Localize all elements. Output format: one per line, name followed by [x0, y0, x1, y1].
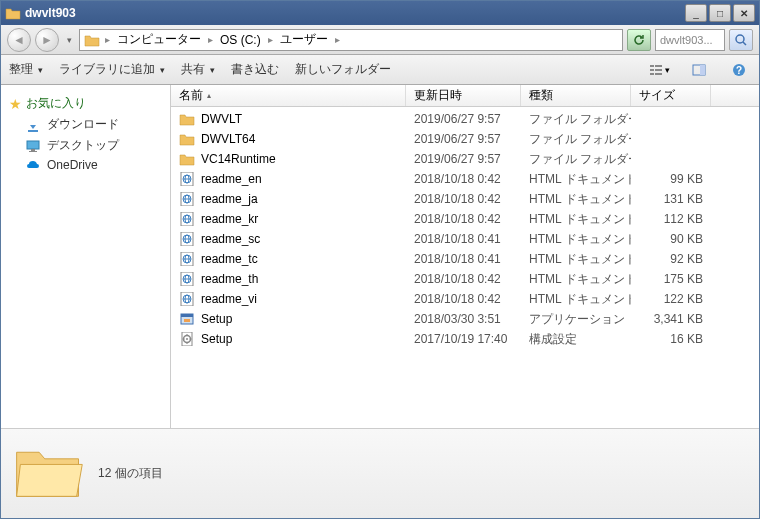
file-date: 2018/03/30 3:51 — [406, 312, 521, 326]
file-date: 2019/06/27 9:57 — [406, 112, 521, 126]
new-folder-button[interactable]: 新しいフォルダー — [295, 61, 391, 78]
file-row[interactable]: readme_tc2018/10/18 0:41HTML ドキュメント92 KB — [171, 249, 759, 269]
titlebar: dwvlt903 _ □ ✕ — [1, 1, 759, 25]
file-date: 2018/10/18 0:41 — [406, 232, 521, 246]
file-row[interactable]: readme_th2018/10/18 0:42HTML ドキュメント175 K… — [171, 269, 759, 289]
breadcrumb[interactable]: ▸ コンピューター ▸ OS (C:) ▸ ユーザー ▸ — [79, 29, 623, 51]
sidebar-item-onedrive[interactable]: OneDrive — [5, 156, 166, 174]
file-row[interactable]: readme_en2018/10/18 0:42HTML ドキュメント99 KB — [171, 169, 759, 189]
file-date: 2019/06/27 9:57 — [406, 132, 521, 146]
column-header-name[interactable]: 名前 ▴ — [171, 85, 406, 106]
file-row[interactable]: VC14Runtime2019/06/27 9:57ファイル フォルダー — [171, 149, 759, 169]
navigation-pane: ★ お気に入り ダウンロードデスクトップOneDrive — [1, 85, 171, 428]
view-options-button[interactable] — [647, 59, 671, 81]
breadcrumb-segment[interactable]: OS (C:) — [218, 33, 263, 47]
svg-rect-6 — [650, 73, 654, 75]
search-input[interactable]: dwvlt903... — [655, 29, 725, 51]
svg-line-1 — [743, 42, 746, 45]
svg-rect-12 — [28, 130, 38, 132]
main-area: ★ お気に入り ダウンロードデスクトップOneDrive 名前 ▴ 更新日時 種… — [1, 85, 759, 428]
back-button[interactable]: ◄ — [7, 28, 31, 52]
file-date: 2017/10/19 17:40 — [406, 332, 521, 346]
file-date: 2019/06/27 9:57 — [406, 152, 521, 166]
file-row[interactable]: Setup2017/10/19 17:40構成設定16 KB — [171, 329, 759, 349]
file-row[interactable]: readme_ja2018/10/18 0:42HTML ドキュメント131 K… — [171, 189, 759, 209]
file-size: 16 KB — [631, 332, 711, 346]
file-row[interactable]: DWVLT642019/06/27 9:57ファイル フォルダー — [171, 129, 759, 149]
search-placeholder: dwvlt903... — [660, 34, 713, 46]
column-header-date[interactable]: 更新日時 — [406, 85, 521, 106]
folder-icon — [11, 436, 86, 511]
favorites-header[interactable]: ★ お気に入り — [5, 93, 166, 114]
file-date: 2018/10/18 0:41 — [406, 252, 521, 266]
svg-rect-7 — [655, 73, 662, 75]
file-name: readme_ja — [201, 192, 258, 206]
svg-rect-5 — [655, 69, 662, 71]
file-size: 99 KB — [631, 172, 711, 186]
file-name: readme_kr — [201, 212, 258, 226]
sidebar-item-desktop[interactable]: デスクトップ — [5, 135, 166, 156]
file-row[interactable]: readme_vi2018/10/18 0:42HTML ドキュメント122 K… — [171, 289, 759, 309]
breadcrumb-segment[interactable]: ユーザー — [278, 31, 330, 48]
refresh-button[interactable] — [627, 29, 651, 51]
sidebar-item-download[interactable]: ダウンロード — [5, 114, 166, 135]
close-button[interactable]: ✕ — [733, 4, 755, 22]
item-count: 12 個の項目 — [98, 465, 163, 482]
minimize-button[interactable]: _ — [685, 4, 707, 22]
html-icon — [179, 232, 195, 246]
sort-ascending-icon: ▴ — [207, 91, 211, 100]
svg-point-0 — [736, 35, 744, 43]
file-name: readme_th — [201, 272, 258, 286]
file-row[interactable]: DWVLT2019/06/27 9:57ファイル フォルダー — [171, 109, 759, 129]
chevron-right-icon[interactable]: ▸ — [205, 34, 216, 45]
download-icon — [25, 118, 41, 132]
svg-rect-14 — [31, 149, 35, 151]
file-name: readme_en — [201, 172, 262, 186]
search-button[interactable] — [729, 29, 753, 51]
share-menu[interactable]: 共有 — [181, 61, 215, 78]
svg-rect-4 — [650, 69, 654, 71]
svg-rect-46 — [184, 319, 190, 322]
exe-icon — [179, 312, 195, 326]
file-type: HTML ドキュメント — [521, 271, 631, 288]
folder-icon — [179, 152, 195, 166]
ini-icon — [179, 332, 195, 346]
file-name: VC14Runtime — [201, 152, 276, 166]
file-size: 175 KB — [631, 272, 711, 286]
chevron-right-icon[interactable]: ▸ — [102, 34, 113, 45]
file-size: 112 KB — [631, 212, 711, 226]
history-dropdown[interactable]: ▾ — [63, 28, 75, 52]
star-icon: ★ — [9, 96, 22, 112]
file-type: ファイル フォルダー — [521, 131, 631, 148]
file-name: readme_sc — [201, 232, 260, 246]
maximize-button[interactable]: □ — [709, 4, 731, 22]
add-to-library-menu[interactable]: ライブラリに追加 — [59, 61, 165, 78]
file-row[interactable]: readme_sc2018/10/18 0:41HTML ドキュメント90 KB — [171, 229, 759, 249]
chevron-right-icon[interactable]: ▸ — [265, 34, 276, 45]
file-type: ファイル フォルダー — [521, 151, 631, 168]
file-size: 92 KB — [631, 252, 711, 266]
column-header-size[interactable]: サイズ — [631, 85, 711, 106]
file-name: readme_vi — [201, 292, 257, 306]
forward-button[interactable]: ► — [35, 28, 59, 52]
column-header-type[interactable]: 種類 — [521, 85, 631, 106]
file-date: 2018/10/18 0:42 — [406, 172, 521, 186]
breadcrumb-segment[interactable]: コンピューター — [115, 31, 203, 48]
file-row[interactable]: Setup2018/03/30 3:51アプリケーション3,341 KB — [171, 309, 759, 329]
file-row[interactable]: readme_kr2018/10/18 0:42HTML ドキュメント112 K… — [171, 209, 759, 229]
file-type: HTML ドキュメント — [521, 211, 631, 228]
file-name: readme_tc — [201, 252, 258, 266]
svg-point-49 — [186, 338, 188, 340]
file-date: 2018/10/18 0:42 — [406, 272, 521, 286]
svg-rect-15 — [29, 151, 37, 152]
chevron-right-icon[interactable]: ▸ — [332, 34, 343, 45]
html-icon — [179, 212, 195, 226]
burn-button[interactable]: 書き込む — [231, 61, 279, 78]
file-name: Setup — [201, 312, 232, 326]
help-button[interactable]: ? — [727, 59, 751, 81]
preview-pane-button[interactable] — [687, 59, 711, 81]
organize-menu[interactable]: 整理 — [9, 61, 43, 78]
file-type: HTML ドキュメント — [521, 171, 631, 188]
onedrive-icon — [25, 158, 41, 172]
window-title: dwvlt903 — [25, 6, 685, 20]
